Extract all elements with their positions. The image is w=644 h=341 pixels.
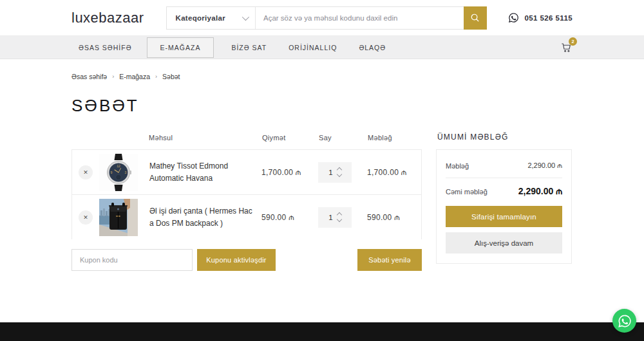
total-value: 2,290.00 ₼ xyxy=(518,186,562,197)
product-image-watch[interactable]: 12 3 9 xyxy=(99,154,138,191)
cart-table: Məhsul Qiymət Say Məbləğ ✕ 12 3 9 xyxy=(71,130,422,271)
cart-badge: 2 xyxy=(569,37,577,46)
product-name[interactable]: Mathey Tissot Edmond Automatic Havana xyxy=(149,160,261,184)
nav-item-originality[interactable]: ORİJİNALLIQ xyxy=(281,38,344,57)
cart-button[interactable]: 2 xyxy=(560,42,573,53)
coupon-input[interactable] xyxy=(71,249,193,271)
svg-text:3: 3 xyxy=(125,170,127,174)
continue-shopping-button[interactable]: Alış-verişə davam xyxy=(446,232,562,253)
total-row: Cəmi məbləğ 2,290.00 ₼ xyxy=(446,178,562,206)
breadcrumb-separator: › xyxy=(155,73,157,80)
update-cart-button[interactable]: Səbəti yenilə xyxy=(357,249,422,271)
phone-number: 051 526 5115 xyxy=(524,14,573,22)
summary-title: ÜMUMİ MƏBLƏĞ xyxy=(436,130,572,149)
main-nav: ƏSAS SƏHİFƏ E-MAĞAZA BİZƏ SAT ORİJİNALLI… xyxy=(0,36,644,59)
product-price: 590.00 ₼ xyxy=(261,213,318,222)
order-summary: ÜMUMİ MƏBLƏĞ Məbləğ 2,290.00 ₼ Cəmi məbl… xyxy=(436,130,572,264)
quantity-stepper[interactable]: 1 xyxy=(318,162,352,183)
breadcrumb-eshop[interactable]: E-mağaza xyxy=(119,73,150,80)
category-dropdown[interactable]: Kateqoriyalar xyxy=(167,7,256,29)
nav-item-home[interactable]: ƏSAS SƏHİFƏ xyxy=(71,38,139,57)
svg-text:12: 12 xyxy=(117,163,120,167)
product-total: 1,700.00 ₼ xyxy=(367,168,421,177)
subtotal-row: Məbləğ 2,290.00 ₼ xyxy=(446,158,562,178)
svg-text:9: 9 xyxy=(111,170,113,174)
quantity-value[interactable]: 1 xyxy=(328,214,332,221)
search-input[interactable] xyxy=(256,7,464,29)
search-button[interactable] xyxy=(464,6,487,30)
search-bar: Kateqoriyalar xyxy=(166,6,487,30)
cart-table-header: Məhsul Qiymət Say Məbləğ xyxy=(71,130,422,149)
quantity-arrows-icon[interactable] xyxy=(337,168,341,176)
quantity-arrows-icon[interactable] xyxy=(337,213,341,221)
summary-box: Məbləğ 2,290.00 ₼ Cəmi məbləğ 2,290.00 ₼… xyxy=(436,149,572,264)
coupon-section: Kuponu aktivləşdir Səbəti yenilə xyxy=(71,249,422,271)
checkout-button[interactable]: Sifarişi tamamlayın xyxy=(446,206,562,227)
quantity-value[interactable]: 1 xyxy=(328,169,332,176)
cart-row-watch: ✕ 12 3 9 Mathey Tissot Edmond Automatic … xyxy=(71,149,422,194)
col-qty: Say xyxy=(319,134,368,142)
breadcrumb: Əsas səhifə › E-mağaza › Səbət xyxy=(71,59,573,80)
logo[interactable]: luxebazaar xyxy=(71,10,144,26)
whatsapp-icon xyxy=(618,314,632,328)
footer-bar xyxy=(0,322,644,341)
chevron-down-icon xyxy=(242,13,249,20)
header: luxebazaar Kateqoriyalar 051 526 5115 xyxy=(0,0,644,36)
cart-row-backpack: ✕ Əl işi dəri çanta ( Hermes Ha xyxy=(71,194,422,239)
subtotal-label: Məbləğ xyxy=(446,162,469,170)
remove-item-button[interactable]: ✕ xyxy=(79,210,93,225)
whatsapp-icon xyxy=(508,12,519,23)
product-total: 590.00 ₼ xyxy=(367,213,421,222)
total-label: Cəmi məbləğ xyxy=(446,188,488,196)
subtotal-value: 2,290.00 ₼ xyxy=(527,161,562,170)
search-icon xyxy=(470,13,480,23)
col-product: Məhsul xyxy=(149,134,262,142)
remove-item-button[interactable]: ✕ xyxy=(79,165,93,180)
col-price: Qiymət xyxy=(262,134,319,142)
nav-item-contact[interactable]: ƏLAQƏ xyxy=(352,38,393,57)
product-image-backpack[interactable] xyxy=(99,199,138,236)
product-name[interactable]: Əl işi dəri çanta ( Hermes Hac a Dos PM … xyxy=(149,205,261,229)
col-amount: Məbləğ xyxy=(368,134,422,142)
breadcrumb-cart: Səbət xyxy=(162,73,180,80)
nav-item-eshop[interactable]: E-MAĞAZA xyxy=(147,37,214,58)
breadcrumb-home[interactable]: Əsas səhifə xyxy=(71,73,107,80)
whatsapp-float-button[interactable] xyxy=(612,309,636,333)
nav-item-sell[interactable]: BİZƏ SAT xyxy=(224,38,274,57)
breadcrumb-separator: › xyxy=(112,73,114,80)
category-dropdown-label: Kateqoriyalar xyxy=(176,14,225,22)
apply-coupon-button[interactable]: Kuponu aktivləşdir xyxy=(197,249,276,271)
page-title: SƏBƏT xyxy=(71,96,573,116)
phone-contact[interactable]: 051 526 5115 xyxy=(508,12,573,23)
quantity-stepper[interactable]: 1 xyxy=(318,207,352,228)
product-price: 1,700.00 ₼ xyxy=(261,168,318,177)
